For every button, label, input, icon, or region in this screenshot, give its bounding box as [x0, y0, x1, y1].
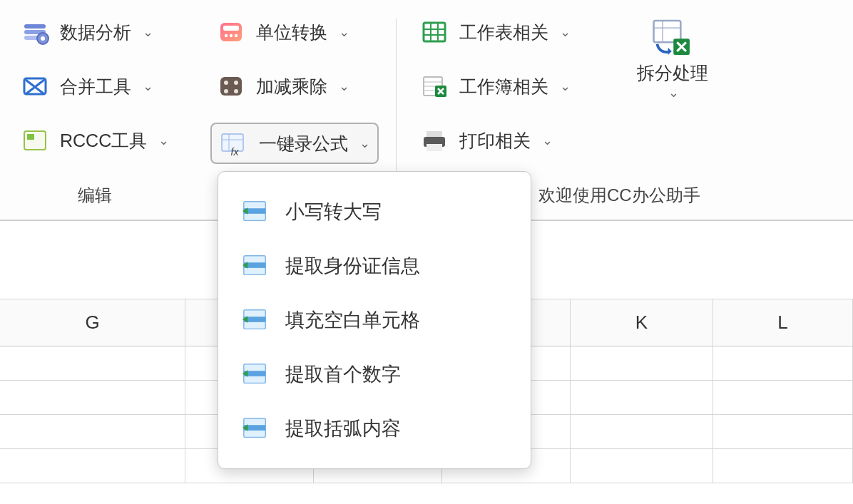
chevron-down-icon: ⌄ [339, 78, 349, 94]
workbook-icon [419, 71, 449, 101]
chevron-down-icon: ⌄ [339, 24, 349, 40]
menu-item-extract-id-info[interactable]: 提取身份证信息 [218, 239, 531, 293]
rccc-tools-label: RCCC工具 [60, 129, 147, 153]
merge-tools-label: 合并工具 [60, 75, 131, 98]
menu-item-icon [241, 252, 270, 280]
workbook-label: 工作簿相关 [459, 75, 548, 98]
calculator-icon [216, 71, 246, 101]
chevron-down-icon: ⌄ [143, 78, 153, 94]
ribbon-group-split: 拆分处理 ⌄ 欢迎使用CC办公助手 [591, 14, 755, 212]
cell[interactable] [571, 381, 713, 414]
menu-item-lowercase-to-uppercase[interactable]: 小写转大写 [218, 185, 531, 239]
menu-item-icon [241, 414, 270, 443]
cell[interactable] [0, 449, 185, 483]
formula-label: 一键录公式 [259, 132, 348, 155]
unit-convert-label: 单位转换 [256, 21, 327, 44]
chevron-down-icon: ⌄ [143, 24, 153, 40]
worksheet-label: 工作表相关 [459, 21, 548, 44]
menu-item-extract-bracket-content[interactable]: 提取括弧内容 [218, 401, 531, 456]
cell[interactable] [0, 415, 185, 448]
worksheet-icon [419, 17, 449, 47]
menu-item-fill-blank-cells[interactable]: 填充空白单元格 [218, 293, 531, 347]
split-icon [650, 17, 695, 58]
chevron-down-icon: ⌄ [359, 135, 370, 151]
chevron-down-icon: ⌄ [560, 24, 571, 40]
cell[interactable] [713, 346, 853, 380]
column-header[interactable]: K [571, 299, 713, 346]
data-analysis-label: 数据分析 [60, 21, 131, 44]
cell[interactable] [571, 415, 713, 448]
worksheet-button[interactable]: 工作表相关 ⌄ [414, 14, 576, 50]
menu-item-label: 小写转大写 [285, 199, 382, 225]
ribbon-separator [396, 19, 397, 184]
cell[interactable] [0, 346, 185, 380]
rccc-tools-button[interactable]: RCCC工具 ⌄ [14, 123, 175, 158]
print-label: 打印相关 [459, 129, 531, 153]
arithmetic-label: 加减乘除 [256, 75, 327, 98]
arithmetic-button[interactable]: 加减乘除 ⌄ [210, 68, 379, 104]
cell[interactable] [0, 381, 185, 414]
unit-convert-icon [216, 17, 246, 47]
menu-item-label: 填充空白单元格 [285, 307, 420, 333]
merge-tools-button[interactable]: 合并工具 ⌄ [14, 68, 175, 104]
data-analysis-button[interactable]: 数据分析 ⌄ [14, 14, 175, 50]
cell[interactable] [571, 346, 713, 380]
cell[interactable] [713, 415, 853, 448]
chevron-down-icon: ⌄ [668, 85, 679, 101]
cell[interactable] [571, 449, 713, 483]
rccc-icon [20, 125, 50, 155]
menu-item-label: 提取括弧内容 [285, 416, 401, 441]
ribbon-group-edit: 数据分析 ⌄ 合并工具 ⌄ RCCC工具 ⌄ 编辑 [7, 14, 182, 212]
chevron-down-icon: ⌄ [560, 78, 571, 94]
chevron-down-icon: ⌄ [158, 133, 169, 148]
unit-convert-button[interactable]: 单位转换 ⌄ [210, 14, 379, 50]
menu-item-extract-first-number[interactable]: 提取首个数字 [218, 347, 531, 401]
formula-dropdown-menu: 小写转大写 提取身份证信息 填充空白单元格 提取首个数字 提取括弧内容 [218, 171, 531, 469]
workbook-button[interactable]: 工作簿相关 ⌄ [414, 68, 576, 104]
group-label-edit: 编辑 [14, 184, 175, 212]
menu-item-icon [241, 306, 270, 334]
menu-item-icon [241, 197, 270, 226]
print-button[interactable]: 打印相关 ⌄ [414, 123, 576, 158]
menu-item-icon [241, 360, 270, 389]
menu-item-label: 提取首个数字 [285, 361, 401, 387]
menu-item-label: 提取身份证信息 [285, 253, 420, 279]
split-process-button[interactable]: 拆分处理 ⌄ [598, 14, 747, 103]
envelope-icon [20, 71, 50, 101]
cell[interactable] [713, 381, 853, 414]
column-header[interactable]: G [0, 299, 185, 346]
data-analysis-icon [20, 17, 50, 47]
cell[interactable] [713, 449, 853, 483]
print-icon [419, 125, 449, 155]
formula-button[interactable]: 一键录公式 ⌄ [210, 123, 379, 164]
chevron-down-icon: ⌄ [542, 133, 553, 148]
split-process-label: 拆分处理 [637, 61, 708, 85]
column-header[interactable]: L [713, 299, 853, 346]
formula-icon [219, 128, 249, 158]
